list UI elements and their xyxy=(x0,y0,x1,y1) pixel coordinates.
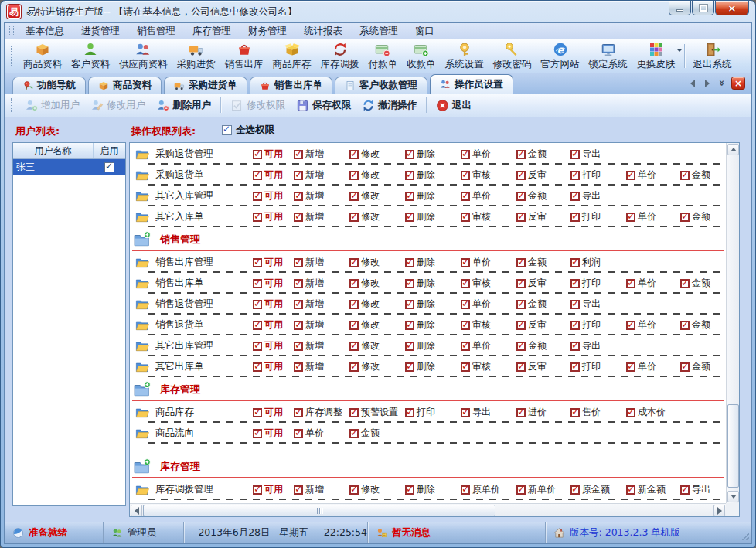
perm-checkbox[interactable]: 修改 xyxy=(349,189,405,203)
menu-item-report-stats[interactable]: 统计报表 xyxy=(295,23,351,39)
perm-checkbox[interactable]: 反审 xyxy=(516,277,570,290)
toolbar-button-official-website[interactable]: e官方网站 xyxy=(536,39,584,73)
scroll-left-button[interactable] xyxy=(131,505,142,516)
perm-checkbox[interactable]: 新增 xyxy=(294,483,349,496)
perm-checkbox[interactable]: 可用 xyxy=(253,277,294,290)
toolbar-button-goods-data[interactable]: 商品资料 xyxy=(19,39,66,73)
toolbar-button-sales-out[interactable]: 销售出库 xyxy=(220,39,268,73)
chevron-down-icon[interactable] xyxy=(676,49,683,52)
perm-checkbox[interactable]: 修改 xyxy=(349,318,405,332)
perm-checkbox[interactable]: 可用 xyxy=(253,210,294,223)
tab-operator-settings[interactable]: 操作员设置 xyxy=(430,74,513,94)
perm-checkbox[interactable]: 删除 xyxy=(405,148,461,161)
perm-checkbox[interactable]: 新增 xyxy=(294,339,349,352)
perm-checkbox[interactable]: 导出 xyxy=(680,483,725,496)
perm-checkbox[interactable]: 原单价 xyxy=(461,483,516,496)
delete-user-button[interactable]: 删除用户 xyxy=(151,97,216,114)
perm-checkbox[interactable]: 进价 xyxy=(516,406,570,419)
tab-goods-data[interactable]: 商品资料 xyxy=(88,77,162,94)
toolbar-button-exit-system[interactable]: 退出系统 xyxy=(689,39,737,73)
perm-checkbox[interactable]: 审核 xyxy=(461,210,516,223)
perm-checkbox[interactable]: 导出 xyxy=(570,148,626,161)
minimize-button[interactable] xyxy=(669,1,691,15)
perm-row[interactable]: 库存调拨管理可用新增修改删除原单价新单价原金额新金额导出 xyxy=(131,479,725,500)
tab-scroll-right-button[interactable] xyxy=(702,78,713,89)
perm-checkbox[interactable]: 成本价 xyxy=(626,406,680,419)
close-button[interactable]: × xyxy=(715,1,749,15)
perm-checkbox[interactable]: 新增 xyxy=(294,256,349,269)
scroll-up-button[interactable] xyxy=(727,144,739,155)
perm-checkbox[interactable]: 可用 xyxy=(253,168,294,182)
perm-checkbox[interactable]: 删除 xyxy=(405,318,461,332)
perm-checkbox[interactable]: 新增 xyxy=(294,318,349,332)
select-all-permissions[interactable]: 全选权限 xyxy=(222,124,274,137)
perm-checkbox[interactable]: 删除 xyxy=(405,277,461,290)
perm-checkbox[interactable]: 打印 xyxy=(570,318,626,332)
perm-row[interactable]: 其它入库单可用新增修改删除审核反审打印单价金额 xyxy=(131,206,725,227)
perm-checkbox[interactable]: 单价 xyxy=(461,256,516,269)
menu-item-purchase-mgmt[interactable]: 进货管理 xyxy=(73,23,128,39)
perm-checkbox[interactable]: 单价 xyxy=(294,427,349,440)
perm-checkbox[interactable]: 金额 xyxy=(516,189,570,203)
perm-checkbox[interactable]: 原金额 xyxy=(570,483,626,496)
scroll-right-button[interactable] xyxy=(713,505,725,516)
perm-checkbox[interactable]: 金额 xyxy=(516,298,570,311)
perm-row[interactable]: 销售退货管理可用新增修改删除单价金额导出 xyxy=(131,294,725,315)
perm-row[interactable]: 采购退货管理可用新增修改删除单价金额导出 xyxy=(131,144,725,165)
perm-row[interactable]: 商品库存可用库存调整预警设置打印导出进价售价成本价 xyxy=(131,402,725,423)
perm-checkbox[interactable]: 导出 xyxy=(570,339,626,352)
perm-checkbox[interactable]: 反审 xyxy=(516,168,570,182)
perm-checkbox[interactable]: 利润 xyxy=(570,256,626,269)
perm-checkbox[interactable]: 修改 xyxy=(349,210,405,223)
perm-checkbox[interactable]: 新增 xyxy=(294,298,349,311)
menu-item-inventory-mgmt[interactable]: 库存管理 xyxy=(184,23,240,39)
save-permissions-button[interactable]: 保存权限 xyxy=(291,97,356,114)
perm-checkbox[interactable]: 新增 xyxy=(294,210,349,223)
perm-checkbox[interactable]: 金额 xyxy=(516,339,570,352)
menu-item-window-menu[interactable]: 窗口 xyxy=(407,23,443,39)
perm-checkbox[interactable]: 单价 xyxy=(626,318,680,332)
perm-checkbox[interactable]: 新增 xyxy=(294,360,349,373)
perm-checkbox[interactable]: 打印 xyxy=(570,168,626,182)
menu-item-basic-info[interactable]: 基本信息 xyxy=(17,23,73,39)
perm-checkbox[interactable]: 修改 xyxy=(349,277,405,290)
perm-row[interactable]: 其它出库管理可用新增修改删除单价金额导出 xyxy=(131,335,725,356)
perm-checkbox[interactable]: 单价 xyxy=(461,148,516,161)
perm-checkbox[interactable]: 修改 xyxy=(349,148,405,161)
perm-checkbox[interactable]: 可用 xyxy=(253,360,294,373)
perm-checkbox[interactable]: 打印 xyxy=(405,406,461,419)
perm-checkbox[interactable]: 金额 xyxy=(516,256,570,269)
user-row[interactable]: 张三 xyxy=(13,159,125,175)
user-enabled-checkbox[interactable] xyxy=(104,162,114,172)
perm-checkbox[interactable]: 反审 xyxy=(516,210,570,223)
perm-row[interactable]: 采购退货单可用新增修改删除审核反审打印单价金额 xyxy=(131,165,725,186)
perm-checkbox[interactable]: 金额 xyxy=(680,318,725,332)
toolbar-button-receipt-bill[interactable]: 收款单 xyxy=(402,39,441,73)
perm-checkbox[interactable]: 审核 xyxy=(461,277,516,290)
perm-checkbox[interactable]: 反审 xyxy=(516,360,570,373)
perm-checkbox[interactable]: 新金额 xyxy=(626,483,680,496)
perm-checkbox[interactable]: 单价 xyxy=(626,210,680,223)
perm-checkbox[interactable]: 单价 xyxy=(626,360,680,373)
toolbar-button-customer-data[interactable]: 客户资料 xyxy=(66,39,114,73)
perm-checkbox[interactable]: 删除 xyxy=(405,360,461,373)
perm-checkbox[interactable]: 金额 xyxy=(680,210,725,223)
perm-checkbox[interactable]: 反审 xyxy=(516,318,570,332)
tab-purchase-order[interactable]: 采购进货单 xyxy=(164,77,247,94)
perm-checkbox[interactable]: 可用 xyxy=(253,406,294,419)
toolbar-button-payment-bill[interactable]: 付款单 xyxy=(364,39,403,73)
tab-sales-order[interactable]: 销售出库单 xyxy=(250,77,333,94)
perm-checkbox[interactable]: 新增 xyxy=(294,277,349,290)
perm-checkbox[interactable]: 删除 xyxy=(405,210,461,223)
menu-item-system-mgmt[interactable]: 系统管理 xyxy=(351,23,407,39)
tab-function-nav[interactable]: 功能导航 xyxy=(12,77,86,94)
perm-checkbox[interactable]: 可用 xyxy=(253,318,294,332)
perm-checkbox[interactable]: 新增 xyxy=(294,148,349,161)
perm-checkbox[interactable]: 删除 xyxy=(405,189,461,203)
perm-checkbox[interactable]: 预警设置 xyxy=(349,406,405,419)
perm-row[interactable]: 其它出库单可用新增修改删除审核反审打印单价金额 xyxy=(131,356,725,377)
horizontal-scrollbar-thumb[interactable] xyxy=(143,505,495,516)
perm-checkbox[interactable]: 可用 xyxy=(253,339,294,352)
perm-checkbox[interactable]: 金额 xyxy=(680,360,725,373)
perm-checkbox[interactable]: 导出 xyxy=(570,189,626,203)
